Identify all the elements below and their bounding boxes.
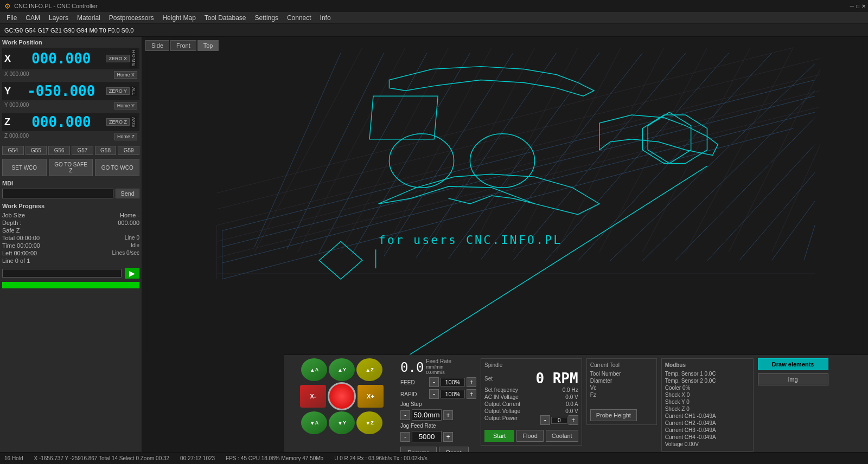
- home-z-button[interactable]: Home Z: [114, 133, 137, 140]
- coolant-button[interactable]: Coolant: [546, 430, 578, 442]
- jog-step-input[interactable]: [412, 409, 442, 421]
- feed-plus-button[interactable]: +: [467, 377, 476, 387]
- axis-label: AXIS: [130, 116, 137, 128]
- output-power-plus[interactable]: +: [569, 415, 578, 425]
- ch3-val: -0.049A: [697, 427, 716, 433]
- canvas-area[interactable]: for users CNC.INFO.PL: [142, 37, 868, 355]
- jog-feed-input[interactable]: [412, 431, 442, 442]
- menu-item-postprocessors[interactable]: Postprocessors: [105, 13, 158, 23]
- minimize-button[interactable]: ─: [850, 3, 854, 9]
- side-view-button[interactable]: Side: [145, 40, 169, 51]
- ch3-label: Current CH3: [665, 427, 695, 433]
- feed-display: 0.0: [400, 360, 424, 375]
- resume-button[interactable]: Resume: [400, 447, 437, 452]
- gcode-g57[interactable]: G57: [72, 146, 93, 155]
- zero-x-button[interactable]: ZERO X: [106, 55, 130, 62]
- main-layout: Work Position X 000.000 ZERO X HOME X 00…: [0, 37, 868, 452]
- menu-item-connect[interactable]: Connect: [283, 13, 316, 23]
- menu-item-file[interactable]: File: [2, 13, 21, 23]
- output-voltage-label: Output Voltage: [484, 408, 520, 414]
- jog-feed-label: Jog Feed Rate: [400, 423, 436, 429]
- svg-text:for users CNC.INFO.PL: for users CNC.INFO.PL: [379, 233, 563, 247]
- probe-height-button[interactable]: Probe Height: [590, 409, 637, 421]
- feed-pct-input[interactable]: [441, 378, 465, 386]
- estop-button[interactable]: [328, 382, 356, 410]
- rapid-minus-button[interactable]: -: [429, 389, 439, 399]
- shock-y-val: 0: [686, 399, 690, 405]
- voltage-label: Voltage: [665, 441, 683, 447]
- flood-button[interactable]: Flood: [516, 430, 544, 442]
- menu-item-settings[interactable]: Settings: [251, 13, 283, 23]
- x-minus-button[interactable]: X-: [300, 385, 326, 408]
- gcode-g54[interactable]: G54: [2, 146, 24, 155]
- menu-item-layers[interactable]: Layers: [44, 13, 73, 23]
- z-plus-button[interactable]: ▲Z: [356, 358, 382, 381]
- home-all-col: HOME: [130, 49, 137, 68]
- home-y-button[interactable]: Home Y: [114, 102, 137, 109]
- cnc-3d-view: for users CNC.INFO.PL: [142, 37, 868, 355]
- tool-number-label: Tool Number: [590, 371, 621, 377]
- menu-item-info[interactable]: Info: [316, 13, 335, 23]
- app-icon: ⚙: [4, 2, 11, 10]
- gcode-g59[interactable]: G59: [118, 146, 139, 155]
- gcode-g55[interactable]: G55: [25, 146, 47, 155]
- front-view-button[interactable]: Front: [170, 40, 196, 51]
- zero-z-button[interactable]: ZERO Z: [106, 118, 130, 126]
- output-power-minus[interactable]: -: [540, 415, 550, 425]
- draw-elements-button[interactable]: Draw elements: [758, 358, 828, 370]
- go-wco-button[interactable]: GO TO WCO: [95, 159, 139, 176]
- set-freq-label: Set frequency: [484, 387, 518, 393]
- time-status: 00:27:12 1023: [180, 455, 215, 461]
- jog-step-minus-button[interactable]: -: [400, 410, 410, 420]
- axis-y-section: Y -050.000 ZERO Y ALL Y 000.000 Home Y: [2, 82, 139, 112]
- rapid-pct-input[interactable]: [441, 390, 465, 398]
- maximize-button[interactable]: □: [856, 3, 859, 9]
- home-x-button[interactable]: Home X: [114, 71, 137, 79]
- axis-x-sub: X 000.000 Home X: [2, 70, 139, 79]
- axis-z-sub: Z 000.000 Home Z: [2, 132, 139, 141]
- close-button[interactable]: ✕: [861, 3, 866, 9]
- fps-status: FPS : 45 CPU 18.08% Memory 47.50Mb: [226, 455, 323, 461]
- jog-step-label: Jog Step: [400, 401, 422, 407]
- green-bar: [2, 282, 139, 288]
- a-minus-button[interactable]: ▼A: [301, 411, 327, 434]
- x-plus-button[interactable]: X+: [358, 385, 384, 408]
- view-buttons: Side Front Top: [145, 40, 219, 51]
- a-plus-button[interactable]: ▲A: [301, 358, 327, 381]
- jog-feed-minus-button[interactable]: -: [400, 432, 410, 442]
- img-button[interactable]: img: [758, 373, 828, 385]
- top-view-button[interactable]: Top: [197, 40, 219, 51]
- set-wco-button[interactable]: SET WCO: [2, 159, 47, 176]
- menu-item-height map[interactable]: Height Map: [158, 13, 200, 23]
- zero-y-button[interactable]: ZERO Y: [106, 87, 130, 95]
- menu-item-tool database[interactable]: Tool Database: [200, 13, 251, 23]
- bottom-panel: ▲A ▲Y ▲Z X- X+ ▼A: [284, 355, 868, 452]
- spindle-panel: Spindle Set 0 RPM Set frequency 0.0 Hz A…: [481, 358, 582, 446]
- gcode-g58[interactable]: G58: [95, 146, 117, 155]
- jog-feed-val-row: - +: [400, 431, 476, 442]
- y-minus-button[interactable]: ▼Y: [329, 411, 355, 434]
- ch4-val: -0.049A: [697, 434, 716, 440]
- jog-feed-plus-button[interactable]: +: [443, 432, 453, 442]
- menubar: FileCAMLayersMaterialPostprocessorsHeigh…: [0, 12, 868, 24]
- temp2-val: 0.0C: [705, 378, 716, 384]
- z-minus-button[interactable]: ▼Z: [356, 411, 382, 434]
- rapid-plus-button[interactable]: +: [467, 389, 476, 399]
- go-safe-z-button[interactable]: GO TO SAFE Z: [49, 159, 93, 176]
- left-panel: Work Position X 000.000 ZERO X HOME X 00…: [0, 37, 142, 452]
- reset-button[interactable]: Reset: [439, 447, 469, 452]
- start-button[interactable]: Start: [484, 430, 514, 442]
- menu-item-cam[interactable]: CAM: [21, 13, 44, 23]
- y-plus-button[interactable]: ▲Y: [329, 358, 355, 381]
- jog-step-plus-button[interactable]: +: [443, 410, 453, 420]
- output-power-input[interactable]: [551, 417, 567, 424]
- axis-y-label: Y: [4, 86, 16, 97]
- menu-item-material[interactable]: Material: [73, 13, 105, 23]
- feed-area: 0.0 Feed Rate mm/min 0.0mm/s FEED - + RA…: [400, 358, 476, 452]
- gcode-g56[interactable]: G56: [48, 146, 70, 155]
- mdi-input[interactable]: [2, 189, 113, 198]
- feed-minus-button[interactable]: -: [429, 377, 439, 387]
- send-button[interactable]: Send: [116, 189, 139, 198]
- diameter-label: Diameter: [590, 378, 612, 384]
- play-button[interactable]: ▶: [125, 268, 139, 279]
